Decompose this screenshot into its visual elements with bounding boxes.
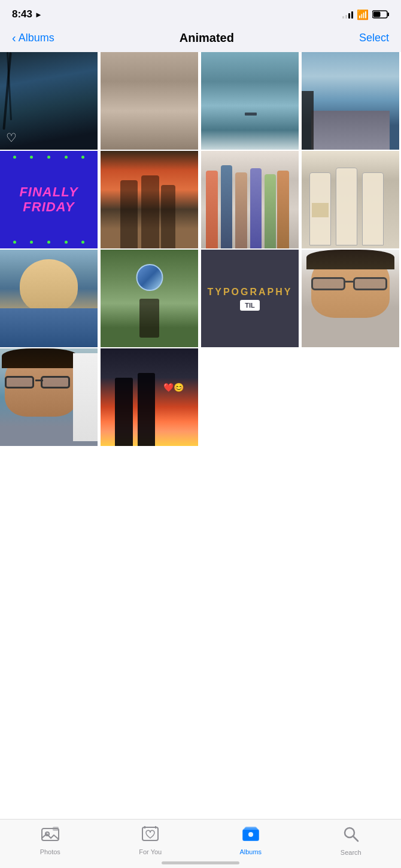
photo-cell-6[interactable]: [101, 151, 198, 248]
battery-icon: [372, 10, 389, 19]
photo-empty-1: [201, 348, 299, 446]
svg-point-13: [248, 832, 253, 837]
photo-cell-3[interactable]: [201, 52, 299, 150]
wifi-icon: 📶: [357, 9, 369, 20]
heart-badge: ♡: [6, 130, 17, 145]
photo-empty-2: [302, 348, 399, 446]
home-indicator: [162, 861, 239, 864]
photos-icon: [41, 826, 59, 846]
typography-label: TYPOGRAPHY: [207, 287, 292, 298]
photo-cell-10[interactable]: [101, 250, 198, 347]
back-label: Albums: [19, 32, 54, 44]
photo-cell-8[interactable]: [302, 151, 399, 248]
svg-rect-1: [388, 13, 390, 16]
photo-row-3: TYPOGRAPHY TIL: [0, 250, 401, 347]
page-title: Animated: [180, 31, 234, 45]
tab-albums[interactable]: Albums: [227, 826, 275, 855]
finally-friday-text: FINALLYFRIDAY: [19, 185, 78, 214]
svg-rect-2: [373, 12, 381, 17]
photo-row-1: ♡: [0, 52, 401, 150]
for-you-tab-label: For You: [139, 848, 162, 855]
back-button[interactable]: ‹ Albums: [12, 31, 54, 45]
photo-grid-container: ♡ FINALLYFRIDAY: [0, 52, 401, 506]
photo-cell-7[interactable]: [201, 151, 299, 248]
typography-overlay: TYPOGRAPHY TIL: [201, 250, 299, 347]
location-icon: ►: [35, 10, 42, 19]
for-you-icon: [141, 826, 159, 846]
select-button[interactable]: Select: [359, 32, 389, 44]
tab-photos[interactable]: Photos: [26, 826, 74, 855]
signal-strength: [342, 10, 353, 19]
tab-search[interactable]: Search: [327, 825, 375, 856]
photo-row-4: ❤️😊: [0, 348, 401, 446]
photo-cell-5[interactable]: FINALLYFRIDAY: [0, 151, 98, 248]
albums-tab-label: Albums: [239, 848, 262, 855]
finally-friday-graphic: FINALLYFRIDAY: [0, 151, 98, 248]
svg-rect-5: [53, 827, 59, 831]
search-tab-label: Search: [341, 849, 361, 856]
photo-cell-9[interactable]: [0, 250, 98, 347]
status-time: 8:43 ►: [12, 8, 42, 20]
status-bar: 8:43 ► 📶: [0, 0, 401, 25]
tab-for-you[interactable]: For You: [126, 826, 174, 855]
status-icons: 📶: [342, 9, 389, 20]
typography-logo-badge: TIL: [240, 300, 260, 311]
navigation-bar: ‹ Albums Animated Select: [0, 25, 401, 52]
photos-tab-label: Photos: [40, 848, 60, 855]
photo-cell-2[interactable]: [101, 52, 198, 150]
search-icon: [342, 825, 359, 846]
photo-row-2: FINALLYFRIDAY: [0, 151, 401, 248]
time-display: 8:43: [12, 8, 32, 20]
albums-icon: [242, 826, 260, 846]
photo-cell-13[interactable]: [0, 348, 98, 446]
photo-cell-12[interactable]: [302, 250, 399, 347]
photo-cell-11[interactable]: TYPOGRAPHY TIL: [201, 250, 299, 347]
tab-bar: Photos For You Albums: [0, 819, 401, 868]
svg-line-15: [353, 836, 358, 841]
photo-cell-4[interactable]: [302, 52, 399, 150]
photo-cell-1[interactable]: ♡: [0, 52, 98, 150]
photo-cell-14[interactable]: ❤️😊: [101, 348, 198, 446]
